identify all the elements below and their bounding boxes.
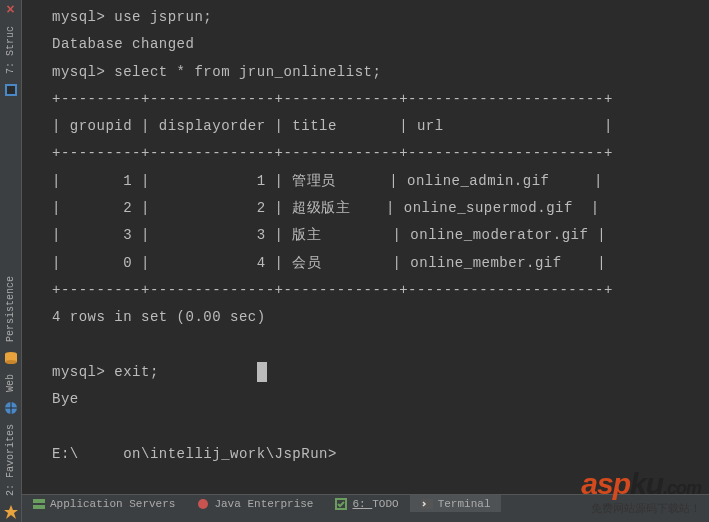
table-header: | groupid | displayorder | title | url | (52, 118, 613, 134)
table-row: | 3 | 3 | 版主 | online_moderator.gif | (52, 227, 606, 243)
terminal-line: mysql> use jsprun; (52, 9, 212, 25)
tab-label: Application Servers (50, 498, 175, 510)
svg-rect-11 (421, 499, 433, 509)
persistence-icon (3, 350, 19, 366)
sidebar-tab-web[interactable]: Web (0, 368, 21, 398)
table-border: +---------+--------------+-------------+… (52, 282, 613, 298)
terminal-output[interactable]: mysql> use jsprun; Database changed mysq… (22, 0, 709, 494)
tab-application-servers[interactable]: Application Servers (22, 495, 186, 512)
terminal-line: Database changed (52, 36, 194, 52)
todo-icon (334, 497, 348, 511)
table-row: | 0 | 4 | 会员 | online_member.gif | (52, 255, 606, 271)
terminal-line: 4 rows in set (0.00 sec) (52, 309, 266, 325)
svg-point-9 (198, 499, 208, 509)
watermark-sub: 免费网站源码下载站！ (581, 501, 701, 516)
table-border: +---------+--------------+-------------+… (52, 145, 613, 161)
tab-terminal[interactable]: Terminal (410, 495, 502, 512)
structure-icon (3, 82, 19, 98)
svg-rect-7 (33, 499, 45, 503)
svg-marker-6 (4, 505, 18, 519)
table-row: | 1 | 1 | 管理员 | online_admin.gif | (52, 173, 603, 189)
watermark: aspku.com 免费网站源码下载站！ (581, 467, 701, 516)
left-tool-gutter: × 7: Struc Persistence Web 2: Favorites (0, 0, 22, 522)
svg-rect-8 (33, 505, 45, 509)
terminal-line: mysql> exit; (52, 364, 159, 380)
terminal-line: mysql> select * from jrun_onlinelist; (52, 64, 381, 80)
sidebar-tab-persistence[interactable]: Persistence (0, 270, 21, 348)
java-icon (196, 497, 210, 511)
tab-label: Terminal (438, 498, 491, 510)
watermark-brand: aspku.com (581, 467, 701, 501)
close-icon[interactable]: × (0, 0, 21, 20)
svg-point-4 (5, 360, 17, 364)
sidebar-tab-favorites[interactable]: 2: Favorites (0, 418, 21, 502)
tab-todo[interactable]: 6: TODO (324, 495, 409, 512)
terminal-icon (420, 497, 434, 511)
star-icon (3, 504, 19, 520)
text-cursor (257, 362, 267, 382)
tab-label: Java Enterprise (214, 498, 313, 510)
tab-label: 6: TODO (352, 498, 398, 510)
svg-rect-1 (7, 86, 15, 94)
terminal-line: Bye (52, 391, 79, 407)
sidebar-tab-structure[interactable]: 7: Struc (0, 20, 21, 80)
web-icon (3, 400, 19, 416)
table-row: | 2 | 2 | 超级版主 | online_supermod.gif | (52, 200, 600, 216)
terminal-prompt: E:\ on\intellij_work\JspRun> (52, 446, 337, 462)
server-icon (32, 497, 46, 511)
table-border: +---------+--------------+-------------+… (52, 91, 613, 107)
tab-java-enterprise[interactable]: Java Enterprise (186, 495, 324, 512)
